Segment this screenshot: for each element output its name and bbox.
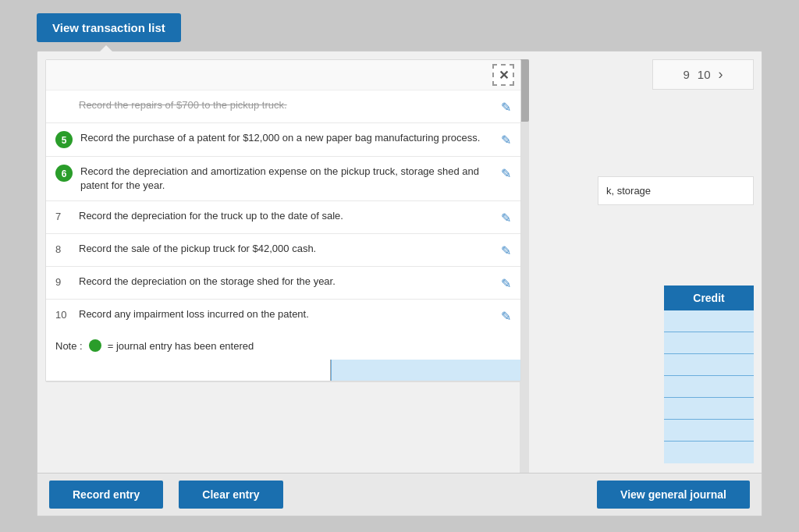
credit-row[interactable] [664, 310, 754, 332]
credit-row[interactable] [664, 420, 754, 442]
view-general-journal-button[interactable]: View general journal [597, 481, 750, 509]
item-text: Record the depreciation for the truck up… [79, 209, 493, 223]
note-dot-icon [89, 339, 101, 352]
note-label: Note : [55, 340, 83, 352]
item-text: Record the sale of the pickup truck for … [79, 242, 493, 256]
list-item: 10 Record any impairment loss incurred o… [46, 300, 520, 332]
item-number: 7 [55, 209, 71, 222]
item-number-badge: 5 [55, 131, 73, 148]
edit-icon[interactable]: ✎ [501, 209, 511, 225]
list-item: 5 Record the purchase of a patent for $1… [46, 123, 520, 157]
list-item: 9 Record the depreciation on the storage… [46, 267, 520, 300]
journal-info-text: k, storage [606, 185, 651, 197]
outer-container: View transaction list ✕ Record the repai… [0, 0, 799, 532]
item-number: 10 [55, 307, 71, 321]
credit-rows [664, 310, 754, 463]
next-page-chevron[interactable]: › [719, 66, 723, 83]
item-number: 9 [55, 275, 71, 288]
pagination-panel: 9 10 › [652, 59, 754, 90]
close-button[interactable]: ✕ [492, 64, 514, 86]
journal-input-field[interactable] [46, 360, 331, 381]
item-number [55, 98, 71, 100]
bottom-bar: Record entry Clear entry View general jo… [37, 473, 762, 516]
record-entry-button[interactable]: Record entry [49, 481, 163, 509]
credit-header: Credit [664, 286, 754, 310]
edit-icon[interactable]: ✎ [501, 165, 511, 181]
list-item: Record the repairs of $700 to the pickup… [46, 90, 520, 123]
list-item: 7 Record the depreciation for the truck … [46, 201, 520, 234]
edit-icon[interactable]: ✎ [501, 131, 511, 147]
item-text: Record the repairs of $700 to the pickup… [79, 98, 493, 112]
credit-row[interactable] [664, 398, 754, 420]
credit-row[interactable] [664, 376, 754, 398]
dropdown-header: ✕ [46, 60, 520, 90]
edit-icon[interactable]: ✎ [501, 275, 511, 291]
credit-row[interactable] [664, 354, 754, 376]
item-text: Record the purchase of a patent for $12,… [80, 131, 493, 145]
note-row: Note : = journal entry has been entered [46, 332, 520, 360]
main-panel: ✕ Record the repairs of $700 to the pick… [37, 51, 762, 516]
transaction-list-panel: ✕ Record the repairs of $700 to the pick… [45, 59, 521, 382]
journal-info-box: k, storage [598, 176, 754, 205]
view-transaction-list-button[interactable]: View transaction list [37, 13, 181, 42]
credit-row[interactable] [664, 332, 754, 354]
list-item: 8 Record the sale of the pickup truck fo… [46, 234, 520, 267]
clear-entry-button[interactable]: Clear entry [179, 481, 282, 509]
credit-panel: Credit [664, 286, 754, 463]
edit-icon[interactable]: ✎ [501, 98, 511, 115]
item-number: 8 [55, 242, 71, 255]
item-text: Record the depreciation and amortization… [80, 165, 493, 193]
item-number-badge: 6 [55, 165, 73, 182]
scroll-input-row [46, 360, 520, 381]
page-10[interactable]: 10 [698, 68, 711, 81]
edit-icon[interactable]: ✎ [501, 307, 511, 324]
edit-icon[interactable]: ✎ [501, 242, 511, 258]
page-9[interactable]: 9 [683, 68, 689, 81]
item-text: Record the depreciation on the storage s… [79, 275, 493, 289]
transaction-list: Record the repairs of $700 to the pickup… [46, 90, 520, 332]
note-description: = journal entry has been entered [108, 340, 254, 352]
item-text: Record any impairment loss incurred on t… [79, 307, 493, 321]
credit-row[interactable] [664, 442, 754, 463]
list-item: 6 Record the depreciation and amortizati… [46, 157, 520, 201]
